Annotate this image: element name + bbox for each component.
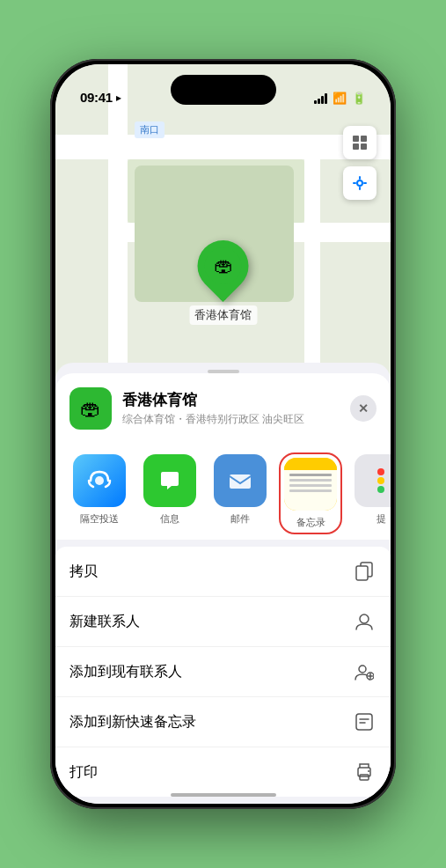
svg-point-10 [359,666,366,673]
venue-info: 香港体育馆 综合体育馆・香港特别行政区 油尖旺区 [122,390,350,427]
share-item-more[interactable]: 提 [351,454,391,533]
action-list: 拷贝 新建联系人 [55,547,391,797]
svg-rect-14 [356,714,372,730]
copy-icon [352,559,377,584]
svg-rect-0 [353,136,359,142]
map-type-button[interactable] [343,126,377,159]
map-road [55,135,391,159]
share-item-notes[interactable]: 备忘录 [281,454,340,533]
action-add-to-existing-label: 添加到现有联系人 [69,663,352,681]
new-contact-icon [352,609,377,634]
share-item-mail[interactable]: 邮件 [210,454,270,533]
notes-line [289,484,332,487]
dynamic-island [171,75,276,105]
airdrop-icon [73,454,126,507]
action-copy-label: 拷贝 [69,563,352,581]
pin-circle: 🏟 [186,230,259,302]
status-icons: 📶 🔋 [314,92,366,105]
share-item-airdrop[interactable]: 隔空投送 [69,454,129,533]
wifi-icon: 📶 [333,92,347,105]
action-new-contact-label: 新建联系人 [69,613,352,631]
location-pin: 🏟 香港体育馆 [189,240,257,325]
action-print-label: 打印 [69,763,352,782]
phone-screen: 09:41 ▸ 📶 🔋 南口 [55,64,391,804]
notes-icon [284,458,337,511]
battery-icon: 🔋 [352,92,366,105]
messages-icon [143,454,196,507]
mail-label: 邮件 [230,512,250,526]
bottom-sheet: 🏟 香港体育馆 综合体育馆・香港特别行政区 油尖旺区 ✕ [55,363,391,804]
venue-desc: 综合体育馆・香港特别行政区 油尖旺区 [122,412,350,427]
notes-label: 备忘录 [296,516,325,529]
svg-point-5 [95,476,104,485]
action-add-to-notes[interactable]: 添加到新快速备忘录 [55,697,391,747]
airdrop-label: 隔空投送 [80,512,119,526]
map-controls [343,126,377,207]
location-button[interactable] [343,166,377,200]
more-label: 提 [377,512,386,526]
venue-icon: 🏟 [69,387,112,430]
close-button[interactable]: ✕ [350,395,377,422]
notes-lines [284,470,337,511]
home-indicator [171,793,276,797]
mail-icon [214,454,267,507]
signal-icon [314,93,327,104]
notes-line [289,479,332,482]
status-time: 09:41 [80,90,113,105]
notes-line [289,489,332,492]
action-add-to-notes-label: 添加到新快速备忘录 [69,713,352,732]
svg-rect-18 [360,775,369,780]
svg-rect-3 [361,143,367,150]
pin-inner: 🏟 [205,247,242,284]
svg-point-9 [360,614,369,623]
notes-top [284,458,337,470]
action-new-contact[interactable]: 新建联系人 [55,597,391,647]
more-icon [355,454,391,507]
pin-icon: 🏟 [214,254,233,277]
messages-label: 信息 [160,512,179,526]
share-item-messages[interactable]: 信息 [140,454,200,533]
action-print[interactable]: 打印 [55,747,391,797]
svg-rect-8 [356,566,368,580]
action-add-to-existing[interactable]: 添加到现有联系人 [55,647,391,697]
svg-point-4 [357,180,362,186]
map-label-north: 南口 [135,121,165,138]
share-row: 隔空投送 信息 [55,440,391,540]
svg-rect-2 [353,143,359,150]
pin-label: 香港体育馆 [189,305,257,325]
location-icon: ▸ [116,92,121,104]
add-to-notes-icon [352,710,377,734]
venue-icon-symbol: 🏟 [80,396,101,421]
venue-name: 香港体育馆 [122,390,350,410]
svg-rect-6 [230,474,251,489]
add-to-existing-icon [352,659,377,684]
print-icon [352,760,377,784]
sheet-header: 🏟 香港体育馆 综合体育馆・香港特别行政区 油尖旺区 ✕ [55,373,391,440]
action-copy[interactable]: 拷贝 [55,547,391,597]
notes-line [289,474,332,476]
phone-frame: 09:41 ▸ 📶 🔋 南口 [50,59,396,809]
svg-rect-1 [361,136,367,142]
svg-point-19 [368,770,369,772]
